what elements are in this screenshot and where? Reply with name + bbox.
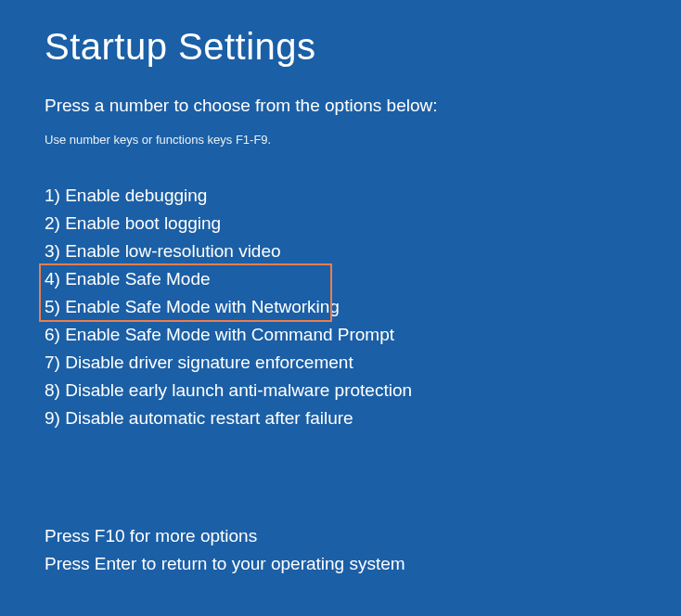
page-title: Startup Settings: [45, 26, 636, 68]
more-options-hint: Press F10 for more options: [45, 522, 405, 549]
option-enable-boot-logging[interactable]: 2) Enable boot logging: [45, 210, 636, 237]
return-hint: Press Enter to return to your operating …: [45, 550, 405, 577]
option-disable-driver-sig[interactable]: 7) Disable driver signature enforcement: [45, 349, 636, 377]
option-disable-auto-restart[interactable]: 9) Disable automatic restart after failu…: [45, 404, 636, 432]
option-enable-debugging[interactable]: 1) Enable debugging: [45, 182, 636, 210]
options-list: 1) Enable debugging 2) Enable boot loggi…: [45, 182, 636, 432]
option-enable-low-res-video[interactable]: 3) Enable low-resolution video: [45, 237, 636, 265]
option-enable-safe-mode[interactable]: 4) Enable Safe Mode: [45, 265, 636, 293]
startup-settings-screen: Startup Settings Press a number to choos…: [0, 0, 681, 432]
footer-instructions: Press F10 for more options Press Enter t…: [45, 522, 405, 577]
hint-text: Use number keys or functions keys F1-F9.: [45, 133, 636, 147]
option-enable-safe-mode-networking[interactable]: 5) Enable Safe Mode with Networking: [45, 293, 636, 321]
option-enable-safe-mode-cmd[interactable]: 6) Enable Safe Mode with Command Prompt: [45, 321, 636, 349]
instruction-text: Press a number to choose from the option…: [45, 96, 636, 116]
option-disable-anti-malware[interactable]: 8) Disable early launch anti-malware pro…: [45, 377, 636, 404]
